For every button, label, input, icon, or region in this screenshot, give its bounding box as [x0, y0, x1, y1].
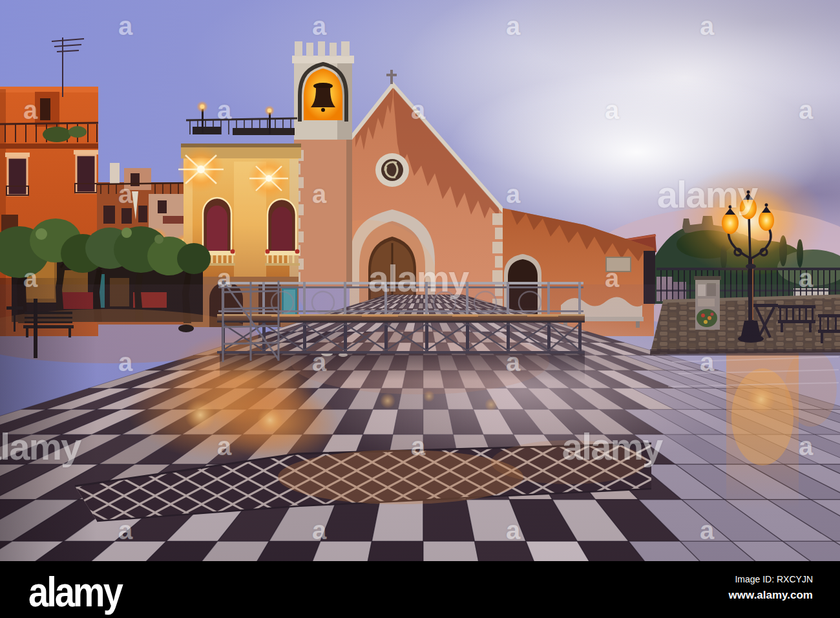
color-grade [0, 284, 840, 561]
flower-box [266, 250, 270, 254]
flower-box [295, 250, 300, 254]
image-id: Image ID: RXCYJN [729, 573, 813, 587]
stone-plaque [606, 257, 631, 272]
floodlight-starburst [178, 146, 224, 193]
merlons [295, 41, 350, 56]
terrace-plants [43, 127, 71, 142]
window [5, 153, 30, 195]
awning [163, 216, 184, 224]
footer-meta: Image ID: RXCYJN www.alamy.com [729, 573, 813, 604]
palazzo-roof-terrace [186, 101, 297, 135]
left-vignette [0, 278, 97, 561]
alamy-footer-bar: alamy Image ID: RXCYJN www.alamy.com [0, 561, 840, 618]
bell-tower [292, 41, 354, 288]
terrace-furniture [193, 127, 221, 134]
stage-rail-top [218, 282, 583, 284]
alamy-url: www.alamy.com [729, 587, 813, 604]
window [74, 150, 98, 193]
cross-finial [386, 70, 397, 84]
terrace-furniture [233, 128, 295, 135]
flower-box [231, 250, 235, 254]
alamy-logo: alamy [28, 568, 121, 616]
piazza-scene [0, 0, 840, 561]
rose-window [375, 153, 409, 187]
chimney [110, 163, 120, 184]
floodlight-starburst [248, 158, 289, 199]
tree-canopy [177, 243, 211, 274]
stock-photo: aaaaaaaaaaaaalamyaaalamyaaaaaaalamyaaala… [0, 0, 840, 618]
